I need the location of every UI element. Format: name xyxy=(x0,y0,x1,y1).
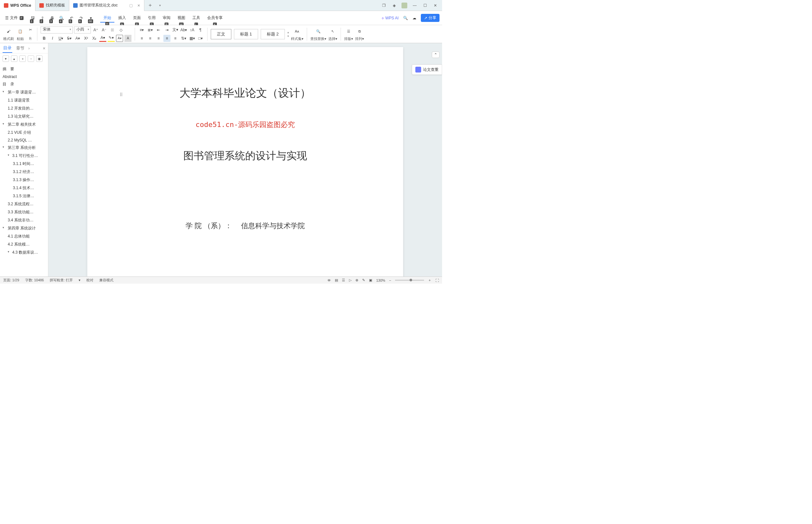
clear-format-button[interactable]: ◇ xyxy=(117,27,125,33)
menu-tab-3[interactable]: 引用S xyxy=(145,13,159,22)
toc-item[interactable]: ▾3.1 可行性分… xyxy=(0,152,48,160)
file-menu-button[interactable]: ☰ 文件 F xyxy=(3,14,26,22)
status-edit-icon[interactable]: ✎ xyxy=(362,278,365,282)
toc-item[interactable]: 目 录 xyxy=(0,80,48,88)
tab-document[interactable]: 图书管理系统论文.doc ▢ × xyxy=(69,0,144,11)
toc-item[interactable]: 3.1.4 技术… xyxy=(0,184,48,192)
superscript-button[interactable]: X² xyxy=(82,35,89,42)
status-zoom[interactable]: 130% xyxy=(376,278,385,282)
find-replace-button[interactable]: 🔍 查找替换▾ xyxy=(310,27,327,41)
sort-button[interactable]: ↕A xyxy=(188,27,196,33)
text-direction-button[interactable]: 文▾ xyxy=(172,27,179,33)
qat-preview-button[interactable]: 🔍4 xyxy=(58,14,65,22)
tab-pin-icon[interactable]: ▢ xyxy=(129,3,133,8)
toc-expand-button[interactable]: ▾ xyxy=(3,55,9,62)
menu-tab-6[interactable]: 工具L xyxy=(189,13,203,22)
style-body[interactable]: 正文 xyxy=(211,29,231,39)
toc-item[interactable]: 1.1 课题背景 xyxy=(0,96,48,104)
text-color-button[interactable]: A▾ xyxy=(99,35,106,42)
font-effect-button[interactable]: A▾ xyxy=(74,35,81,42)
line-spacing-button[interactable]: ⇅▾ xyxy=(180,35,187,42)
document-area[interactable]: ⠿ 大学本科毕业论文（设计） code51.cn-源码乐园盗图必究 图书管理系统… xyxy=(48,43,442,277)
zoom-out-button[interactable]: − xyxy=(389,278,391,282)
wps-ai-button[interactable]: ⟡ WPS AI xyxy=(382,16,399,20)
styleset-button[interactable]: Aᴀ 样式集▾ xyxy=(291,27,303,41)
format-painter-group[interactable]: 🖌 格式刷 xyxy=(3,27,14,41)
menu-tab-0[interactable]: 开始H xyxy=(100,13,114,22)
qat-more-button[interactable]: ▾00 xyxy=(87,14,95,22)
toc-item[interactable]: ▾第二章 相关技术 xyxy=(0,120,48,129)
qat-undo-button[interactable]: ↶5 xyxy=(68,14,75,22)
status-compat[interactable]: 兼容模式 xyxy=(99,278,113,283)
number-list-button[interactable]: ≣▾ xyxy=(147,27,154,33)
drag-handle-icon[interactable]: ⠿ xyxy=(119,92,123,97)
arrange-button[interactable]: ☰ 排版▾ xyxy=(344,27,353,41)
font-size-select[interactable]: 小四 xyxy=(74,27,91,33)
indent-decrease-button[interactable]: ⇤ xyxy=(155,27,162,33)
copy-button[interactable]: ⎘ xyxy=(27,35,34,42)
phonetic-button[interactable]: ㄨ̌ xyxy=(109,27,116,33)
win-avatar-icon[interactable] xyxy=(401,3,407,9)
order-button[interactable]: ⧉ 排列▾ xyxy=(355,27,364,41)
tab-app[interactable]: WPS Office xyxy=(0,0,35,11)
toc-item[interactable]: ▾第四章 系统设计 xyxy=(0,224,48,232)
toc-collapse-button[interactable]: ▴ xyxy=(11,55,17,62)
qat-save-button[interactable]: 🖫1 xyxy=(29,14,36,22)
toc-add-button[interactable]: ＋ xyxy=(19,55,26,62)
toc-item[interactable]: 3.1.1 时间… xyxy=(0,160,48,168)
toc-item[interactable]: 3.1.3 操作… xyxy=(0,176,48,184)
status-play-icon[interactable]: ▷ xyxy=(349,278,351,282)
win-cube-icon[interactable]: ◈ xyxy=(391,3,397,9)
status-eye-icon[interactable]: 👁 xyxy=(327,278,331,282)
subscript-button[interactable]: X₂ xyxy=(91,35,98,42)
shading-button[interactable]: ▦▾ xyxy=(188,35,196,42)
toc-item[interactable]: ▾第三章 系统分析 xyxy=(0,144,48,152)
plagiarism-check-button[interactable]: 论文查重 xyxy=(412,64,442,75)
tab-add-dropdown[interactable]: ▾ xyxy=(156,3,164,7)
toc-item[interactable]: ▾4.3 数据库设… xyxy=(0,248,48,257)
toc-item[interactable]: 4.2 系统模… xyxy=(0,241,48,248)
menu-tab-4[interactable]: 审阅R xyxy=(160,13,174,22)
side-tab-chapter[interactable]: 章节 xyxy=(15,44,25,52)
toc-view-button[interactable]: ◉ xyxy=(36,55,43,62)
paste-group[interactable]: 📋 粘贴 xyxy=(16,27,25,41)
qat-print-button[interactable]: 🖶3 xyxy=(49,14,56,22)
toc-remove-button[interactable]: － xyxy=(28,55,34,62)
share-button[interactable]: ↗分享 xyxy=(421,14,440,22)
border-button[interactable]: □▾ xyxy=(197,35,204,42)
font-name-select[interactable]: 宋体 xyxy=(40,27,73,33)
style-scroll-down[interactable]: ▾ xyxy=(287,34,289,38)
menu-tab-2[interactable]: 页面P xyxy=(130,13,144,22)
status-words[interactable]: 字数: 10486 xyxy=(25,278,44,283)
zoom-slider[interactable] xyxy=(395,280,424,281)
select-button[interactable]: ↖ 选择▾ xyxy=(328,27,337,41)
menu-tab-7[interactable]: 会员专享K xyxy=(204,13,226,22)
search-icon[interactable]: 🔍 xyxy=(403,16,408,20)
align-right-button[interactable]: ≡ xyxy=(155,35,162,42)
strikethrough-button[interactable]: S̶▾ xyxy=(66,35,73,42)
toc-item[interactable]: 3.1.2 经济… xyxy=(0,168,48,176)
toc-item[interactable]: 3.3 系统功能… xyxy=(0,208,48,216)
align-center-button[interactable]: ≡ xyxy=(147,35,154,42)
toc-item[interactable]: 摘 要 xyxy=(0,65,48,73)
cloud-icon[interactable]: ☁ xyxy=(412,16,416,20)
toc-item[interactable]: Abstract xyxy=(0,73,48,80)
status-arrow-icon[interactable]: ▾ xyxy=(79,278,81,282)
toc-item[interactable]: 1.3 论文研究… xyxy=(0,113,48,120)
qat-export-button[interactable]: ⇪2 xyxy=(39,14,46,22)
status-page[interactable]: 页面: 1/29 xyxy=(3,278,19,283)
indent-increase-button[interactable]: ⇥ xyxy=(163,27,170,33)
italic-button[interactable]: I xyxy=(49,35,56,42)
win-popup-icon[interactable]: ❐ xyxy=(381,3,387,9)
tab-template[interactable]: 找稻壳模板 xyxy=(35,0,69,11)
align-distribute-button[interactable]: ≡ xyxy=(172,35,179,42)
underline-button[interactable]: U▾ xyxy=(57,35,64,42)
status-spell[interactable]: 拼写检查: 打开 xyxy=(50,278,73,283)
font-box-button[interactable]: A▾ xyxy=(116,35,123,42)
win-minimize-icon[interactable]: — xyxy=(412,3,418,9)
font-grow-button[interactable]: A⁺ xyxy=(92,27,99,33)
status-proof[interactable]: 校对 xyxy=(86,278,94,283)
side-tab-next[interactable]: › xyxy=(28,46,30,51)
style-h1[interactable]: 标题 1 xyxy=(234,29,258,39)
align-justify-button[interactable]: ≡ xyxy=(163,35,170,42)
